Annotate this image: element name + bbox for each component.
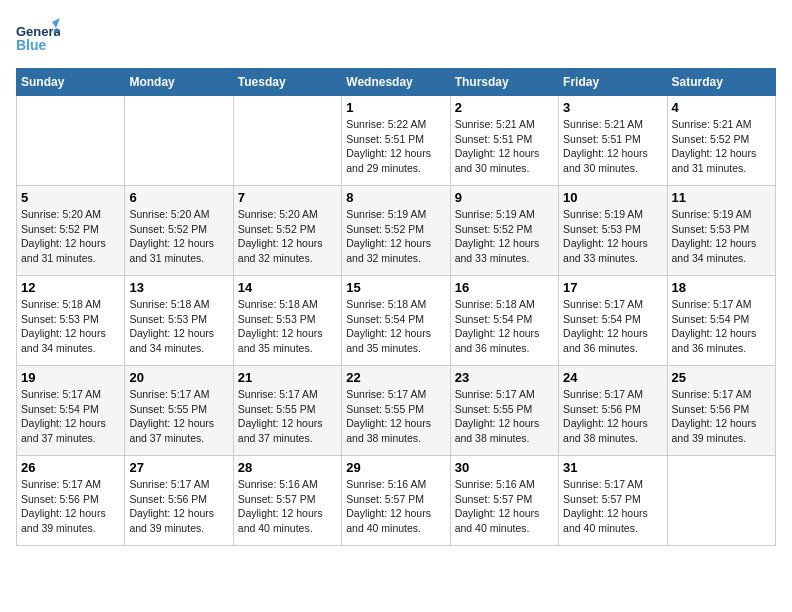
- day-info: Sunrise: 5:19 AMSunset: 5:53 PMDaylight:…: [563, 207, 662, 266]
- calendar-cell: [667, 456, 775, 546]
- calendar-cell: 24Sunrise: 5:17 AMSunset: 5:56 PMDayligh…: [559, 366, 667, 456]
- day-number: 6: [129, 190, 228, 205]
- calendar-cell: 26Sunrise: 5:17 AMSunset: 5:56 PMDayligh…: [17, 456, 125, 546]
- weekday-header-thursday: Thursday: [450, 69, 558, 96]
- day-info: Sunrise: 5:20 AMSunset: 5:52 PMDaylight:…: [238, 207, 337, 266]
- calendar-cell: [17, 96, 125, 186]
- calendar-week-row: 19Sunrise: 5:17 AMSunset: 5:54 PMDayligh…: [17, 366, 776, 456]
- day-info: Sunrise: 5:18 AMSunset: 5:54 PMDaylight:…: [346, 297, 445, 356]
- day-number: 17: [563, 280, 662, 295]
- logo: General Blue: [16, 16, 60, 60]
- calendar-cell: 2Sunrise: 5:21 AMSunset: 5:51 PMDaylight…: [450, 96, 558, 186]
- weekday-header-saturday: Saturday: [667, 69, 775, 96]
- calendar-cell: 11Sunrise: 5:19 AMSunset: 5:53 PMDayligh…: [667, 186, 775, 276]
- day-info: Sunrise: 5:18 AMSunset: 5:53 PMDaylight:…: [129, 297, 228, 356]
- day-number: 16: [455, 280, 554, 295]
- day-number: 30: [455, 460, 554, 475]
- day-info: Sunrise: 5:17 AMSunset: 5:56 PMDaylight:…: [672, 387, 771, 446]
- day-info: Sunrise: 5:16 AMSunset: 5:57 PMDaylight:…: [346, 477, 445, 536]
- day-number: 26: [21, 460, 120, 475]
- calendar-cell: 28Sunrise: 5:16 AMSunset: 5:57 PMDayligh…: [233, 456, 341, 546]
- calendar-cell: 6Sunrise: 5:20 AMSunset: 5:52 PMDaylight…: [125, 186, 233, 276]
- svg-text:Blue: Blue: [16, 37, 47, 53]
- day-number: 22: [346, 370, 445, 385]
- weekday-header-sunday: Sunday: [17, 69, 125, 96]
- calendar-cell: 17Sunrise: 5:17 AMSunset: 5:54 PMDayligh…: [559, 276, 667, 366]
- day-number: 24: [563, 370, 662, 385]
- day-info: Sunrise: 5:21 AMSunset: 5:52 PMDaylight:…: [672, 117, 771, 176]
- calendar-cell: 7Sunrise: 5:20 AMSunset: 5:52 PMDaylight…: [233, 186, 341, 276]
- day-info: Sunrise: 5:17 AMSunset: 5:55 PMDaylight:…: [238, 387, 337, 446]
- calendar-cell: 10Sunrise: 5:19 AMSunset: 5:53 PMDayligh…: [559, 186, 667, 276]
- day-number: 14: [238, 280, 337, 295]
- day-info: Sunrise: 5:16 AMSunset: 5:57 PMDaylight:…: [455, 477, 554, 536]
- calendar-cell: 30Sunrise: 5:16 AMSunset: 5:57 PMDayligh…: [450, 456, 558, 546]
- calendar-table: SundayMondayTuesdayWednesdayThursdayFrid…: [16, 68, 776, 546]
- day-number: 3: [563, 100, 662, 115]
- calendar-cell: 20Sunrise: 5:17 AMSunset: 5:55 PMDayligh…: [125, 366, 233, 456]
- day-number: 1: [346, 100, 445, 115]
- calendar-cell: 19Sunrise: 5:17 AMSunset: 5:54 PMDayligh…: [17, 366, 125, 456]
- day-info: Sunrise: 5:19 AMSunset: 5:52 PMDaylight:…: [346, 207, 445, 266]
- calendar-cell: 3Sunrise: 5:21 AMSunset: 5:51 PMDaylight…: [559, 96, 667, 186]
- calendar-cell: 5Sunrise: 5:20 AMSunset: 5:52 PMDaylight…: [17, 186, 125, 276]
- day-number: 28: [238, 460, 337, 475]
- weekday-header-monday: Monday: [125, 69, 233, 96]
- page-header: General Blue: [16, 16, 776, 60]
- calendar-cell: 18Sunrise: 5:17 AMSunset: 5:54 PMDayligh…: [667, 276, 775, 366]
- calendar-cell: [233, 96, 341, 186]
- calendar-cell: 15Sunrise: 5:18 AMSunset: 5:54 PMDayligh…: [342, 276, 450, 366]
- calendar-cell: 13Sunrise: 5:18 AMSunset: 5:53 PMDayligh…: [125, 276, 233, 366]
- day-number: 8: [346, 190, 445, 205]
- calendar-cell: 12Sunrise: 5:18 AMSunset: 5:53 PMDayligh…: [17, 276, 125, 366]
- calendar-cell: 31Sunrise: 5:17 AMSunset: 5:57 PMDayligh…: [559, 456, 667, 546]
- day-number: 7: [238, 190, 337, 205]
- day-number: 25: [672, 370, 771, 385]
- day-info: Sunrise: 5:21 AMSunset: 5:51 PMDaylight:…: [563, 117, 662, 176]
- calendar-week-row: 5Sunrise: 5:20 AMSunset: 5:52 PMDaylight…: [17, 186, 776, 276]
- weekday-header-wednesday: Wednesday: [342, 69, 450, 96]
- day-info: Sunrise: 5:18 AMSunset: 5:54 PMDaylight:…: [455, 297, 554, 356]
- day-info: Sunrise: 5:17 AMSunset: 5:55 PMDaylight:…: [346, 387, 445, 446]
- calendar-cell: 16Sunrise: 5:18 AMSunset: 5:54 PMDayligh…: [450, 276, 558, 366]
- calendar-cell: 29Sunrise: 5:16 AMSunset: 5:57 PMDayligh…: [342, 456, 450, 546]
- day-number: 27: [129, 460, 228, 475]
- day-number: 21: [238, 370, 337, 385]
- day-info: Sunrise: 5:17 AMSunset: 5:54 PMDaylight:…: [21, 387, 120, 446]
- day-info: Sunrise: 5:17 AMSunset: 5:56 PMDaylight:…: [129, 477, 228, 536]
- day-number: 15: [346, 280, 445, 295]
- day-info: Sunrise: 5:17 AMSunset: 5:56 PMDaylight:…: [21, 477, 120, 536]
- calendar-cell: 22Sunrise: 5:17 AMSunset: 5:55 PMDayligh…: [342, 366, 450, 456]
- day-info: Sunrise: 5:17 AMSunset: 5:54 PMDaylight:…: [563, 297, 662, 356]
- calendar-cell: 8Sunrise: 5:19 AMSunset: 5:52 PMDaylight…: [342, 186, 450, 276]
- day-info: Sunrise: 5:17 AMSunset: 5:57 PMDaylight:…: [563, 477, 662, 536]
- calendar-cell: 25Sunrise: 5:17 AMSunset: 5:56 PMDayligh…: [667, 366, 775, 456]
- logo: General Blue: [16, 16, 60, 60]
- logo-icon: General Blue: [16, 16, 60, 60]
- calendar-week-row: 26Sunrise: 5:17 AMSunset: 5:56 PMDayligh…: [17, 456, 776, 546]
- day-number: 4: [672, 100, 771, 115]
- day-info: Sunrise: 5:19 AMSunset: 5:52 PMDaylight:…: [455, 207, 554, 266]
- day-info: Sunrise: 5:16 AMSunset: 5:57 PMDaylight:…: [238, 477, 337, 536]
- calendar-cell: 23Sunrise: 5:17 AMSunset: 5:55 PMDayligh…: [450, 366, 558, 456]
- calendar-week-row: 1Sunrise: 5:22 AMSunset: 5:51 PMDaylight…: [17, 96, 776, 186]
- day-number: 5: [21, 190, 120, 205]
- calendar-cell: 9Sunrise: 5:19 AMSunset: 5:52 PMDaylight…: [450, 186, 558, 276]
- calendar-cell: 27Sunrise: 5:17 AMSunset: 5:56 PMDayligh…: [125, 456, 233, 546]
- calendar-cell: 14Sunrise: 5:18 AMSunset: 5:53 PMDayligh…: [233, 276, 341, 366]
- calendar-cell: 21Sunrise: 5:17 AMSunset: 5:55 PMDayligh…: [233, 366, 341, 456]
- day-number: 20: [129, 370, 228, 385]
- day-number: 13: [129, 280, 228, 295]
- day-number: 19: [21, 370, 120, 385]
- day-info: Sunrise: 5:17 AMSunset: 5:55 PMDaylight:…: [129, 387, 228, 446]
- day-info: Sunrise: 5:20 AMSunset: 5:52 PMDaylight:…: [21, 207, 120, 266]
- day-number: 12: [21, 280, 120, 295]
- day-number: 10: [563, 190, 662, 205]
- calendar-week-row: 12Sunrise: 5:18 AMSunset: 5:53 PMDayligh…: [17, 276, 776, 366]
- weekday-header-row: SundayMondayTuesdayWednesdayThursdayFrid…: [17, 69, 776, 96]
- weekday-header-tuesday: Tuesday: [233, 69, 341, 96]
- day-info: Sunrise: 5:18 AMSunset: 5:53 PMDaylight:…: [238, 297, 337, 356]
- day-info: Sunrise: 5:20 AMSunset: 5:52 PMDaylight:…: [129, 207, 228, 266]
- day-number: 31: [563, 460, 662, 475]
- weekday-header-friday: Friday: [559, 69, 667, 96]
